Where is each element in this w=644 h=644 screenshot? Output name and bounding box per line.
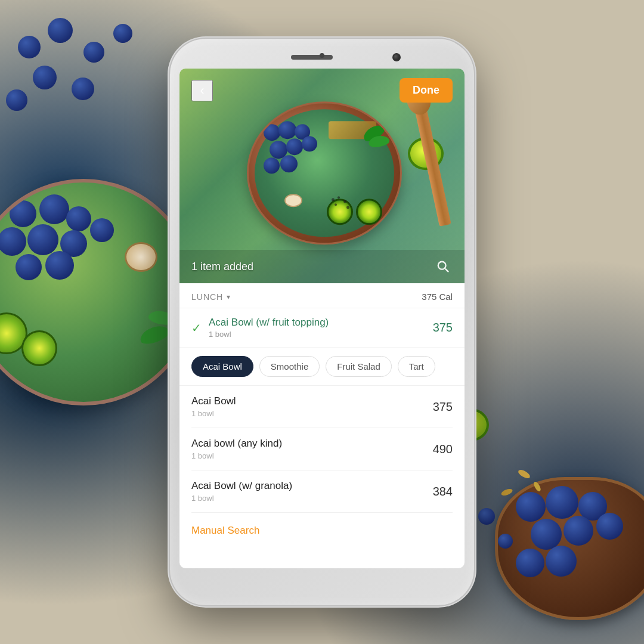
meal-label[interactable]: LUNCH ▾ [191,292,231,302]
app-content: LUNCH ▾ 375 Cal ✓ Acai Bowl (w/ fruit to… [179,283,465,549]
category-chip[interactable]: Tart [398,356,435,377]
bg-blueberry [39,194,69,224]
bg-blueberry [546,486,578,519]
svg-line-1 [445,269,449,273]
bg-blueberry [546,546,577,577]
phone-top-bar [179,48,465,69]
bowl-blueberry [286,138,303,155]
chia-seed [332,198,335,201]
bg-blueberry [516,492,546,522]
food-item-name: Acai Bowl [191,395,236,407]
bowl-blueberry [280,155,298,172]
manual-search-link[interactable]: Manual Search [179,513,465,549]
category-chip[interactable]: Smoothie [259,356,320,377]
bg-bowl-left [0,179,197,405]
bg-kiwi [21,330,57,366]
food-item-calories: 490 [433,442,453,456]
app-nav: ‹ Done [179,69,465,112]
item-added-bar: 1 item added [179,250,465,283]
food-item-info: Acai bowl (any kind) 1 bowl [191,438,282,460]
bg-blueberry [10,200,36,227]
coconut-piece [284,194,302,207]
bg-seed [517,468,531,480]
bg-blueberry [27,224,58,255]
bg-blueberry [516,549,544,577]
bg-blueberry [16,254,42,280]
bg-blueberry [66,206,91,231]
kiwi-slice [356,199,382,225]
food-item-calories: 384 [433,485,453,499]
food-list: Acai Bowl 1 bowl 375 Acai bowl (any kind… [179,386,465,513]
bg-blueberry [45,251,74,280]
search-button[interactable] [434,257,453,276]
bg-blueberry [0,227,26,256]
meal-chevron: ▾ [227,293,231,301]
bg-mint [138,323,171,347]
bg-bowl-right [495,477,644,620]
back-button[interactable]: ‹ [191,80,213,101]
bg-blueberry [113,24,132,43]
added-item-name: Acai Bowl (w/ fruit topping) [209,317,426,329]
chia-seed [335,203,337,206]
bg-blueberry [90,218,114,242]
food-item[interactable]: Acai Bowl (w/ granola) 1 bowl 384 [191,470,453,513]
food-item-name: Acai Bowl (w/ granola) [191,480,292,492]
bowl-blueberry [302,136,317,151]
bg-blueberry [531,519,562,550]
bowl-blueberry [278,121,296,139]
meal-calories: 375 Cal [422,292,453,302]
added-item-portion: 1 bowl [209,330,426,339]
bg-seed [500,488,513,497]
food-item-portion: 1 bowl [191,494,292,503]
bg-blueberry [83,42,104,63]
category-chip[interactable]: Fruit Salad [326,356,392,377]
food-item-portion: 1 bowl [191,451,282,460]
added-item-calories: 375 [433,321,453,335]
chia-seed [343,200,346,203]
bg-blueberry [478,508,495,525]
phone-screen: ‹ Done 1 item added LUNCH ▾ [179,69,465,568]
checkmark-icon: ✓ [191,321,202,335]
bg-blueberry [596,513,623,540]
food-item[interactable]: Acai Bowl 1 bowl 375 [191,386,453,428]
bg-coconut [125,242,157,272]
category-chip[interactable]: Acai Bowl [191,356,253,377]
bg-blueberry [48,18,73,43]
phone-speaker [291,55,333,60]
bg-blueberry [18,36,41,58]
food-item-portion: 1 bowl [191,409,236,418]
meal-type: LUNCH [191,292,223,302]
bg-blueberry [498,534,513,549]
food-item-name: Acai bowl (any kind) [191,438,282,450]
food-item-info: Acai Bowl (w/ granola) 1 bowl [191,480,292,503]
food-bowl [247,101,414,256]
done-button[interactable]: Done [400,78,453,103]
phone-camera [392,53,401,61]
added-item-info: Acai Bowl (w/ fruit topping) 1 bowl [209,317,426,339]
bg-blueberry [33,66,57,89]
phone-frame: ‹ Done 1 item added LUNCH ▾ [170,39,474,605]
chia-seed [338,196,340,199]
food-item-calories: 375 [433,400,453,414]
item-added-text: 1 item added [191,261,253,273]
bowl-blueberry [264,124,280,141]
hero-image: ‹ Done 1 item added [179,69,465,283]
food-item-info: Acai Bowl 1 bowl [191,395,236,418]
added-item-row[interactable]: ✓ Acai Bowl (w/ fruit topping) 1 bowl 37… [179,308,465,348]
front-camera [320,53,324,58]
bg-blueberry [564,516,593,546]
svg-point-0 [438,262,446,270]
food-item[interactable]: Acai bowl (any kind) 1 bowl 490 [191,428,453,470]
bg-blueberry [72,78,94,100]
bowl-blueberry [264,157,280,174]
chia-seed [346,206,349,209]
bg-blueberry [6,89,27,111]
category-chips: Acai BowlSmoothieFruit SaladTart [179,348,465,386]
meal-header: LUNCH ▾ 375 Cal [179,283,465,308]
